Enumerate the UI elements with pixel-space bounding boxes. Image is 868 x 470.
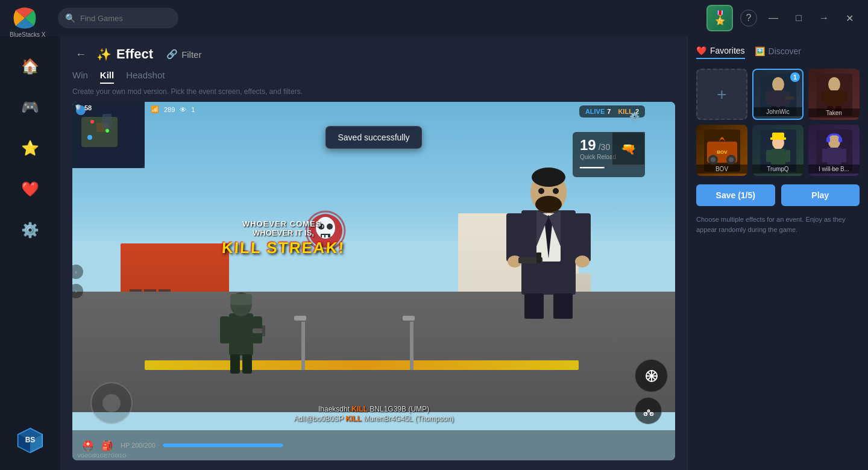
hud-bottom: ⛑️ 🎒 HP 200/200 VG0GdI1GE7G0I1G xyxy=(72,430,675,460)
svg-rect-57 xyxy=(827,90,841,107)
sidebar-item-settings[interactable]: ⚙️ xyxy=(12,212,48,248)
hud-alive-kill: ALIVE 7 KILL 2 ⚙️ xyxy=(579,105,645,118)
alive-count: ALIVE 7 xyxy=(585,108,611,115)
svg-point-20 xyxy=(535,196,562,213)
search-icon: 🔍 xyxy=(65,13,75,23)
discover-icon: 🖼️ xyxy=(755,46,765,56)
nav-arrow-up[interactable]: ‹ xyxy=(72,265,83,279)
kill-streak-text: KILL STREAK! xyxy=(221,239,345,257)
nav-left[interactable]: ‹ › xyxy=(72,265,83,298)
tab-discover[interactable]: 🖼️ Discover xyxy=(755,46,801,58)
game-gear-icon[interactable]: ⚙️ xyxy=(627,109,641,124)
ping-value: 289 xyxy=(164,106,175,113)
hud-minimap: 🛡️ 58 xyxy=(72,102,145,168)
svg-point-44 xyxy=(647,410,649,412)
hud-stats: 📶 289 👁 1 xyxy=(151,105,195,113)
panel-title: ✨ Effect xyxy=(96,46,153,62)
iwillbe-label: I will be B... xyxy=(808,164,860,174)
bov-label: BOV xyxy=(696,164,747,174)
svg-rect-73 xyxy=(770,137,786,140)
sidebar-item-effects[interactable]: ⭐ xyxy=(12,130,48,166)
svg-rect-50 xyxy=(766,92,772,105)
tab-favorites[interactable]: ❤️ Favorites xyxy=(696,46,745,59)
filter-label: Filter xyxy=(181,49,201,60)
back-button[interactable]: ← xyxy=(72,46,89,63)
effect-trumpq[interactable]: TrumpQ TrumpQ xyxy=(752,125,804,176)
toast-message: Saved successfully xyxy=(338,133,409,142)
kill-streak-overlay: WHOEVER COMES, WHOEVER IT IS, KILL STREA… xyxy=(222,219,345,257)
effect-taken[interactable]: TAKEN Taken xyxy=(808,69,860,120)
help-button[interactable]: ? xyxy=(740,10,757,27)
svg-rect-83 xyxy=(822,149,828,162)
svg-rect-74 xyxy=(771,149,785,164)
tab-win[interactable]: Win xyxy=(72,70,88,84)
title-bar: BlueStacks X 🔍 🎖️ ? — □ → ✕ xyxy=(0,0,868,36)
svg-rect-59 xyxy=(841,92,848,104)
tab-headshot[interactable]: Headshot xyxy=(126,70,165,84)
minimize-button[interactable]: — xyxy=(764,9,782,27)
game-preview: WHOEVER COMES, WHOEVER IT IS, KILL STREA… xyxy=(72,102,675,460)
filter-button[interactable]: 🔗 Filter xyxy=(160,46,207,62)
svg-rect-54 xyxy=(785,96,794,99)
svg-rect-81 xyxy=(838,137,842,142)
svg-point-19 xyxy=(532,168,565,187)
search-input[interactable] xyxy=(80,14,171,23)
svg-point-21 xyxy=(538,188,544,194)
svg-text:BS: BS xyxy=(25,436,36,444)
search-bar[interactable]: 🔍 xyxy=(58,8,178,28)
hp-text: HP 200/200 xyxy=(121,442,156,449)
bluestacks-cube-icon: BS xyxy=(15,425,45,458)
nav-arrow-down[interactable]: › xyxy=(72,284,83,298)
secondary-weapon: 🔫 xyxy=(612,132,645,165)
saved-toast: Saved successfully xyxy=(325,126,422,149)
sidebar-item-favorites[interactable]: ❤️ xyxy=(12,171,48,207)
sidebar-item-home[interactable]: 🏠 xyxy=(12,48,48,84)
svg-rect-11 xyxy=(230,354,240,374)
trumpq-label: TrumpQ xyxy=(752,164,804,174)
joystick[interactable] xyxy=(90,382,133,424)
taken-label: Taken xyxy=(808,108,860,118)
app-name: BlueStacks X xyxy=(10,31,45,38)
effect-johnwick[interactable]: 1 JohnWic xyxy=(752,69,804,120)
effect-iwillbe[interactable]: I will be B... I will be B... xyxy=(808,125,860,176)
hp-bar xyxy=(163,443,283,447)
joystick-inner xyxy=(102,394,121,412)
svg-rect-25 xyxy=(506,213,523,262)
svg-rect-82 xyxy=(827,148,841,164)
maximize-button[interactable]: □ xyxy=(790,9,808,27)
version-text: VG0GdI1GE7G0I1G xyxy=(77,453,127,459)
bluestacks-logo xyxy=(10,3,40,33)
svg-rect-6 xyxy=(229,313,253,356)
action-btn-2[interactable] xyxy=(635,397,662,424)
svg-rect-80 xyxy=(826,137,830,142)
svg-rect-26 xyxy=(574,213,591,262)
favorites-icon: ❤️ xyxy=(696,46,706,55)
svg-point-67 xyxy=(711,157,715,162)
tab-kill[interactable]: Kill xyxy=(100,70,114,84)
effect-icon: ✨ xyxy=(96,47,112,61)
sidebar-item-store[interactable]: 🎮 xyxy=(12,89,48,125)
action-buttons-right xyxy=(635,359,668,424)
gamepad-area[interactable] xyxy=(90,382,133,424)
help-text: Choose multiple effects for an event. En… xyxy=(696,215,860,234)
action-btn-1[interactable] xyxy=(635,359,668,392)
svg-point-28 xyxy=(575,255,590,268)
active-game-icon[interactable]: 🎖️ xyxy=(706,5,733,31)
svg-rect-8 xyxy=(230,294,252,305)
street-light-1 xyxy=(301,322,305,370)
player-character xyxy=(217,277,265,376)
right-panel-tabs: ❤️ Favorites 🖼️ Discover xyxy=(696,46,860,59)
svg-point-22 xyxy=(553,188,559,194)
effect-action-buttons: Save (1/5) Play xyxy=(696,184,860,206)
subtitle-text: Create your own mod version. Pick the ev… xyxy=(72,87,675,96)
sidebar-bottom: BS xyxy=(15,425,45,458)
whoever-text: WHOEVER COMES, xyxy=(222,219,345,228)
add-effect-button[interactable]: + xyxy=(696,69,747,120)
effect-bov[interactable]: BOV BOV xyxy=(696,125,747,176)
save-button[interactable]: Save (1/5) xyxy=(696,184,775,206)
effects-grid: + xyxy=(696,69,860,176)
close-button[interactable]: ✕ xyxy=(840,9,858,27)
forward-button[interactable]: → xyxy=(815,9,833,27)
svg-rect-84 xyxy=(841,149,846,162)
play-button[interactable]: Play xyxy=(781,184,860,206)
